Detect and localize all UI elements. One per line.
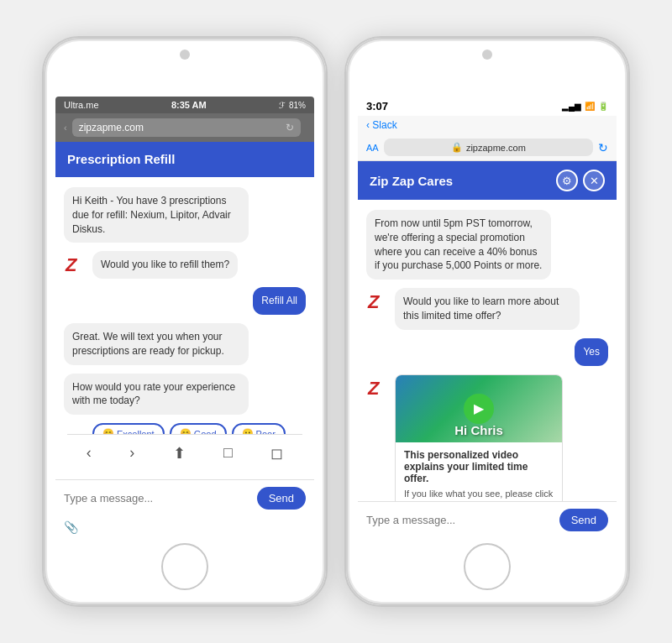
- message-row: Hi Keith - You have 3 prescriptions due …: [64, 187, 306, 243]
- message-row: How would you rate your experience with …: [64, 374, 306, 416]
- battery-label: 81%: [289, 101, 306, 110]
- phone-1-screen: Ultra.me 8:35 AM ℱ 81% ‹ zipzapme.com ↻ …: [55, 97, 314, 538]
- bubble-text: Hi Keith - You have 3 prescriptions due …: [64, 187, 249, 243]
- time-label: 8:35 AM: [171, 100, 207, 110]
- url-text-1: zipzapme.com: [79, 122, 144, 133]
- bubble-text: Would you like to refill them?: [92, 251, 238, 279]
- status-bar-1: Ultra.me 8:35 AM ℱ 81%: [55, 97, 314, 113]
- chat-input-bar-2: Send: [358, 501, 617, 538]
- video-small-text: If you like what you see, please click t…: [404, 488, 554, 501]
- z-logo-icon-3: Z: [366, 376, 390, 400]
- message-input-1[interactable]: [64, 492, 250, 504]
- bubble-text: Yes: [575, 338, 608, 366]
- message-row-card: Z ▶ Hi Chris This personalized video exp…: [366, 374, 608, 501]
- message-input-2[interactable]: [366, 514, 553, 526]
- bubble-text: How would you rate your experience with …: [64, 374, 249, 416]
- url-text-2: zipzapme.com: [466, 143, 526, 153]
- status-icons-2: ▂▄▆ 📶 🔋: [562, 102, 608, 111]
- reload-icon-1[interactable]: ↻: [286, 122, 294, 133]
- chat-header-1: Prescription Refill: [55, 142, 314, 177]
- message-row: Yes: [366, 338, 608, 366]
- bubble-text: Great. We will text you when your prescr…: [64, 323, 249, 365]
- z-logo-icon: Z: [64, 253, 87, 276]
- url-box-1[interactable]: zipzapme.com ↻: [72, 118, 301, 137]
- time-label-2: 3:07: [366, 100, 388, 112]
- chat-input-bar-1: Send: [55, 479, 314, 516]
- attachment-icon[interactable]: 📎: [64, 520, 78, 534]
- back-bar[interactable]: ‹ Slack: [358, 116, 617, 134]
- carrier-label: Ultra.me: [64, 100, 99, 110]
- message-row: Z Would you like to learn more about thi…: [366, 288, 608, 330]
- chat-body-2[interactable]: From now until 5pm PST tomorrow, we're o…: [358, 200, 617, 501]
- video-thumbnail[interactable]: ▶ Hi Chris: [396, 375, 562, 442]
- status-bar-2: 3:07 ▂▄▆ 📶 🔋: [358, 97, 617, 116]
- url-box-2[interactable]: 🔒 zipzapme.com: [384, 139, 593, 156]
- tabs-nav-btn[interactable]: ◻: [270, 444, 283, 463]
- phone-2: 3:07 ▂▄▆ 📶 🔋 ‹ Slack AA 🔒 zipzapme.com ↻: [344, 36, 630, 607]
- aa-label[interactable]: AA: [366, 143, 379, 153]
- chat-header-2: Zip Zap Cares ⚙ ✕: [358, 161, 617, 200]
- video-card: ▶ Hi Chris This personalized video expla…: [395, 374, 563, 501]
- video-card-body: This personalized video explains your li…: [396, 442, 562, 501]
- phone-2-screen: 3:07 ▂▄▆ 📶 🔋 ‹ Slack AA 🔒 zipzapme.com ↻: [358, 97, 617, 538]
- message-row: Z Would you like to refill them?: [64, 251, 306, 279]
- send-button-2[interactable]: Send: [559, 509, 608, 531]
- bookmarks-nav-btn[interactable]: □: [223, 444, 233, 462]
- header-icons: ⚙ ✕: [556, 170, 605, 191]
- attachment-row-1: 📎: [55, 516, 314, 538]
- signal-icon: ▂▄▆: [562, 102, 581, 111]
- message-row: From now until 5pm PST tomorrow, we're o…: [366, 210, 608, 280]
- back-nav-btn[interactable]: ‹: [87, 444, 92, 462]
- z-logo-icon-2: Z: [366, 290, 390, 313]
- battery-icon: 🔋: [598, 102, 608, 111]
- close-icon-btn[interactable]: ✕: [583, 170, 605, 191]
- svg-text:Z: Z: [367, 378, 381, 399]
- wifi-icon: 📶: [585, 102, 595, 111]
- share-nav-btn[interactable]: ⬆: [173, 444, 186, 463]
- bottom-nav-1: ‹ › ⬆ □ ◻: [67, 434, 302, 471]
- chat-title-2: Zip Zap Cares: [370, 174, 453, 188]
- video-overlay-text: Hi Chris: [396, 423, 562, 437]
- svg-text:Z: Z: [367, 291, 381, 312]
- lock-icon: 🔒: [451, 142, 463, 153]
- reload-icon-2[interactable]: ↻: [598, 141, 608, 154]
- message-row: Refill All: [64, 287, 306, 315]
- phone-1: Ultra.me 8:35 AM ℱ 81% ‹ zipzapme.com ↻ …: [42, 36, 328, 607]
- address-bar-2: AA 🔒 zipzapme.com ↻: [358, 134, 617, 161]
- bubble-text: Refill All: [253, 287, 306, 315]
- bubble-text: From now until 5pm PST tomorrow, we're o…: [366, 210, 551, 280]
- chat-title-1: Prescription Refill: [67, 152, 175, 166]
- forward-nav-btn[interactable]: ›: [129, 444, 134, 462]
- svg-text:Z: Z: [65, 254, 78, 275]
- play-button[interactable]: ▶: [464, 394, 494, 424]
- left-angle-1: ‹: [64, 123, 67, 133]
- bluetooth-icon: ℱ: [279, 101, 286, 110]
- video-bold-text: This personalized video explains your li…: [404, 449, 554, 484]
- message-row: Great. We will text you when your prescr…: [64, 323, 306, 365]
- status-icons-1: ℱ 81%: [279, 101, 306, 110]
- send-button-1[interactable]: Send: [257, 487, 306, 510]
- settings-icon-btn[interactable]: ⚙: [556, 170, 578, 191]
- bubble-text: Would you like to learn more about this …: [395, 288, 580, 330]
- address-bar-1: ‹ zipzapme.com ↻: [55, 113, 314, 142]
- back-label[interactable]: ‹ Slack: [366, 119, 397, 131]
